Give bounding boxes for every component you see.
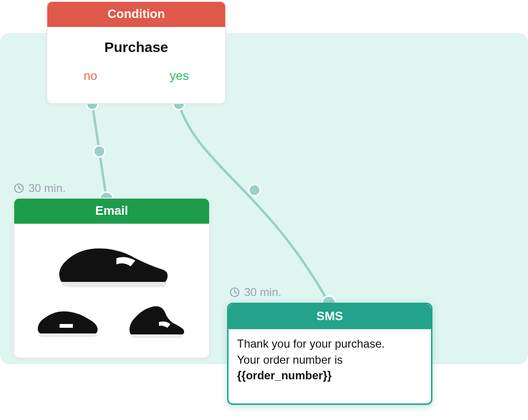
- sms-body-variable: {{order_number}}: [237, 369, 332, 382]
- sms-node[interactable]: SMS Thank you for your purchase. Your or…: [227, 303, 432, 405]
- email-product-image-large: [50, 232, 173, 294]
- condition-header: Condition: [47, 2, 225, 27]
- condition-title: Purchase: [47, 39, 225, 55]
- sneaker-icon: [50, 232, 173, 294]
- email-node[interactable]: Email: [13, 198, 210, 359]
- sms-body: Thank you for your purchase. Your order …: [229, 329, 431, 390]
- email-product-image-small-2: [120, 299, 191, 342]
- sms-header: SMS: [229, 304, 431, 329]
- clock-icon: [13, 183, 25, 194]
- sms-delay-label: 30 min.: [229, 286, 282, 299]
- email-delay-label: 30 min.: [13, 182, 66, 195]
- branch-labels: no yes: [47, 69, 225, 83]
- condition-node[interactable]: Condition Purchase no yes: [46, 1, 226, 104]
- email-product-image-small-1: [32, 299, 103, 342]
- sneaker-icon: [32, 299, 103, 342]
- email-body: [14, 224, 209, 347]
- sneaker-icon: [120, 299, 191, 342]
- clock-icon: [229, 287, 240, 298]
- email-delay-text: 30 min.: [28, 182, 66, 195]
- branch-no-label: no: [84, 69, 97, 83]
- sms-body-line1: Thank you for your purchase.: [237, 337, 385, 350]
- svg-rect-7: [60, 324, 73, 328]
- sms-delay-text: 30 min.: [244, 286, 282, 299]
- email-header: Email: [14, 199, 209, 224]
- sms-body-line2: Your order number is: [237, 353, 343, 366]
- branch-yes-label: yes: [170, 69, 189, 83]
